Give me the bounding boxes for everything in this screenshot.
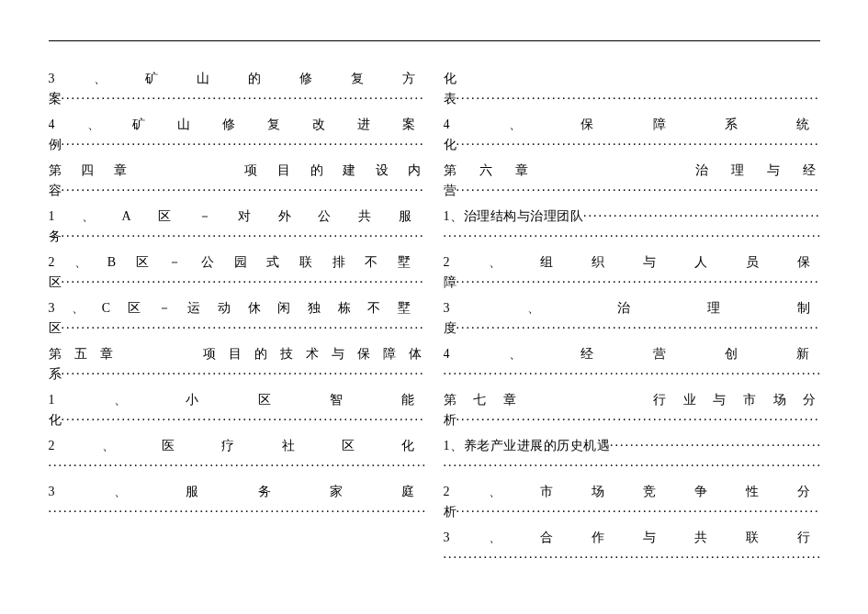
toc-entry: 3、服务家庭 [49, 482, 425, 522]
toc-entry-title: 2、市场竞争性分 [444, 482, 820, 502]
toc-entry: 第六章 治理与经营 [444, 161, 820, 201]
toc-leader-dots [62, 181, 425, 201]
toc-entry-title: 2、医疗社区化 [49, 436, 425, 456]
toc-entry-wrap-char: 务 [49, 227, 62, 247]
toc-entry-title: 1、治理结构与治理团队 [444, 207, 584, 227]
toc-entry-title: 4、保障系统 [444, 115, 820, 135]
toc-leader-dots [610, 436, 820, 456]
toc-entry-wrap-char: 化 [444, 135, 457, 155]
toc-entry-wrap-char: 表 [444, 89, 457, 109]
toc-entry: 第七章 行业与市场分析 [444, 390, 820, 430]
toc-entry-wrap-char: 障 [444, 273, 457, 293]
toc-entry-wrap-char: 化 [49, 410, 62, 430]
toc-entry-title: 第四章 项目的建设内 [49, 161, 425, 181]
toc-leader-dots [457, 89, 820, 109]
toc-entry-title: 3、合作与共联行 [444, 528, 820, 548]
toc-entry: 3、C区－运动休闲独栋不墅区 [49, 298, 425, 339]
toc-entry-wrap-char: 容 [49, 181, 62, 201]
toc-leader-dots [62, 273, 425, 293]
toc-entry-wrap-char: 度 [444, 318, 457, 339]
toc-leader-dots [583, 207, 820, 227]
toc-entry-title: 第五章 项目的技术与保障体 [49, 344, 425, 364]
two-column-layout: 3、矿山的修复方案4、矿山修复改进案例第四章 项目的建设内容1、A区－对外公共服… [49, 69, 820, 574]
toc-entry: 1、养老产业进展的历史机遇 [444, 436, 820, 476]
toc-leader-dots [457, 318, 820, 339]
toc-entry: 2、市场竞争性分析 [444, 482, 820, 522]
toc-leader-dots [49, 502, 425, 522]
right-column: 化表4、保障系统化第六章 治理与经营1、治理结构与治理团队2、组织与人员保障3、… [444, 69, 820, 574]
toc-leader-dots [62, 318, 425, 339]
toc-entry-wrap-char: 案 [49, 89, 62, 109]
toc-entry-wrap-char: 析 [444, 502, 457, 522]
toc-entry: 4、经营创新 [444, 344, 820, 385]
document-page: 3、矿山的修复方案4、矿山修复改进案例第四章 项目的建设内容1、A区－对外公共服… [0, 0, 868, 614]
toc-entry-title: 2、B区－公园式联排不墅 [49, 252, 425, 273]
toc-leader-dots [49, 456, 425, 476]
toc-entry-wrap-char: 营 [444, 181, 457, 201]
toc-entry-title: 3、服务家庭 [49, 482, 425, 502]
toc-entry: 1、A区－对外公共服务 [49, 207, 425, 247]
toc-entry: 化表 [444, 69, 820, 109]
toc-entry: 1、小区智能化 [49, 390, 425, 430]
toc-entry-title: 4、经营创新 [444, 344, 820, 364]
toc-entry: 3、矿山的修复方案 [49, 69, 425, 109]
toc-leader-dots [444, 456, 820, 476]
toc-entry-title: 1、小区智能 [49, 390, 425, 410]
toc-entry-title: 4、矿山修复改进案 [49, 115, 425, 135]
horizontal-rule [49, 40, 820, 41]
toc-entry-wrap-char: 析 [444, 410, 457, 430]
toc-entry-title: 3、矿山的修复方 [49, 69, 425, 89]
toc-entry-wrap-char: 系 [49, 364, 62, 385]
toc-leader-dots [62, 410, 425, 430]
toc-entry: 2、医疗社区化 [49, 436, 425, 476]
toc-entry: 第五章 项目的技术与保障体系 [49, 344, 425, 385]
toc-entry-title: 第六章 治理与经 [444, 161, 820, 181]
toc-entry: 2、组织与人员保障 [444, 252, 820, 293]
toc-entry: 2、B区－公园式联排不墅区 [49, 252, 425, 293]
left-column: 3、矿山的修复方案4、矿山修复改进案例第四章 项目的建设内容1、A区－对外公共服… [49, 69, 425, 574]
toc-entry: 4、矿山修复改进案例 [49, 115, 425, 155]
toc-leader-dots [62, 364, 425, 385]
toc-entry: 3、合作与共联行 [444, 528, 820, 568]
toc-leader-dots [457, 135, 820, 155]
toc-leader-dots [62, 135, 425, 155]
toc-entry: 第四章 项目的建设内容 [49, 161, 425, 201]
toc-leader-dots [457, 181, 820, 201]
toc-leader-dots [444, 364, 820, 385]
toc-entry: 4、保障系统化 [444, 115, 820, 155]
toc-entry-title: 2、组织与人员保 [444, 252, 820, 273]
toc-leader-dots [444, 548, 820, 568]
toc-leader-dots [444, 227, 820, 247]
toc-leader-dots [62, 89, 425, 109]
toc-entry-wrap-char: 区 [49, 318, 62, 339]
toc-entry-wrap-char: 区 [49, 273, 62, 293]
toc-leader-dots [457, 410, 820, 430]
toc-entry-title: 第七章 行业与市场分 [444, 390, 820, 410]
toc-entry-title: 化 [444, 69, 820, 89]
toc-entry: 1、治理结构与治理团队 [444, 207, 820, 247]
toc-entry-title: 3、治理制 [444, 298, 820, 318]
toc-entry: 3、治理制度 [444, 298, 820, 339]
toc-leader-dots [62, 227, 425, 247]
toc-entry-title: 1、养老产业进展的历史机遇 [444, 436, 611, 456]
toc-entry-title: 1、A区－对外公共服 [49, 207, 425, 227]
toc-leader-dots [457, 273, 820, 293]
toc-entry-title: 3、C区－运动休闲独栋不墅 [49, 298, 425, 318]
toc-leader-dots [457, 502, 820, 522]
toc-entry-wrap-char: 例 [49, 135, 62, 155]
